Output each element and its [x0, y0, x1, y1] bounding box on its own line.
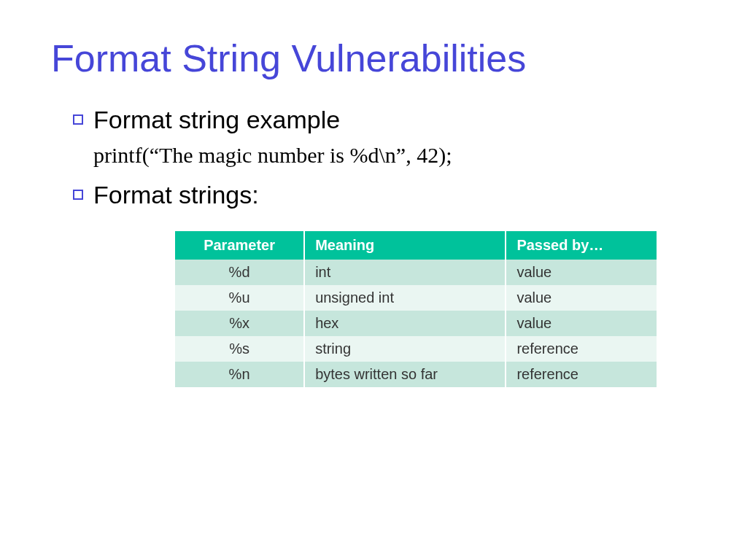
header-parameter: Parameter [175, 231, 304, 260]
table-row: %x hex value [175, 311, 657, 336]
cell-parameter: %d [175, 260, 304, 285]
cell-parameter: %u [175, 285, 304, 311]
cell-parameter: %x [175, 311, 304, 336]
cell-passed-by: reference [506, 362, 657, 387]
cell-passed-by: value [506, 311, 657, 336]
bullet-text: Format string example [93, 106, 340, 134]
table-row: %d int value [175, 260, 657, 285]
code-example: printf(“The magic number is %d\n”, 42); [93, 143, 696, 168]
cell-meaning: unsigned int [304, 285, 506, 311]
slide-title: Format String Vulnerabilities [51, 36, 696, 80]
cell-meaning: hex [304, 311, 506, 336]
bullet-item: Format string example [73, 106, 696, 134]
cell-meaning: string [304, 336, 506, 362]
cell-passed-by: value [506, 260, 657, 285]
cell-meaning: int [304, 260, 506, 285]
format-strings-table: Parameter Meaning Passed by… %d int valu… [175, 231, 657, 387]
cell-parameter: %n [175, 362, 304, 387]
table-row: %s string reference [175, 336, 657, 362]
bullet-item: Format strings: [73, 181, 696, 209]
cell-passed-by: value [506, 285, 657, 311]
table-header-row: Parameter Meaning Passed by… [175, 231, 657, 260]
table-row: %n bytes written so far reference [175, 362, 657, 387]
header-passed-by: Passed by… [506, 231, 657, 260]
square-bullet-icon [73, 190, 83, 200]
header-meaning: Meaning [304, 231, 506, 260]
cell-passed-by: reference [506, 336, 657, 362]
table-row: %u unsigned int value [175, 285, 657, 311]
cell-parameter: %s [175, 336, 304, 362]
cell-meaning: bytes written so far [304, 362, 506, 387]
bullet-text: Format strings: [93, 181, 259, 209]
square-bullet-icon [73, 114, 83, 125]
